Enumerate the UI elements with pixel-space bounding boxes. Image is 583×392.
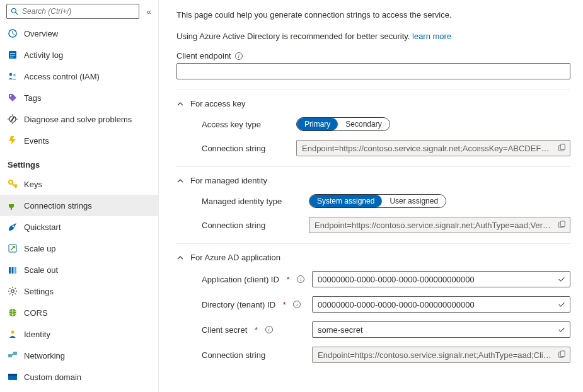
- checkmark-icon: [557, 300, 566, 309]
- access-key-title: For access key: [190, 99, 245, 108]
- tenant-id-input[interactable]: 00000000-0000-0000-0000-000000000000: [312, 296, 570, 313]
- quickstart-icon: [8, 222, 18, 232]
- sidebar-item-label: Networking: [24, 351, 65, 360]
- aad-header[interactable]: For Azure AD application: [176, 253, 570, 262]
- sidebar-item-label: Identity: [24, 330, 50, 339]
- activity-log-icon: [8, 50, 18, 60]
- sidebar-item-label: Quickstart: [24, 222, 61, 232]
- main-content: This page could help you generate connec…: [159, 0, 583, 392]
- copy-icon[interactable]: [557, 221, 566, 229]
- info-icon[interactable]: i: [265, 326, 273, 333]
- primary-pill[interactable]: Primary: [297, 118, 338, 130]
- access-key-conn-value: Endpoint=https://contoso.service.signalr…: [302, 144, 553, 153]
- app-id-value: 00000000-0000-0000-0000-000000000000: [318, 275, 557, 284]
- sidebar-item-label: Overview: [24, 29, 58, 38]
- search-box[interactable]: [6, 4, 139, 19]
- diagnose-icon: [8, 114, 18, 124]
- sidebar-item-scale-out[interactable]: Scale out: [0, 259, 158, 280]
- managed-identity-header[interactable]: For managed identity: [176, 176, 570, 185]
- sidebar-item-settings[interactable]: Settings: [0, 280, 158, 302]
- svg-point-9: [9, 73, 12, 76]
- info-icon[interactable]: i: [235, 52, 243, 60]
- required-asterisk: *: [283, 300, 286, 309]
- svg-rect-34: [560, 221, 565, 227]
- sidebar-item-access-control[interactable]: Access control (IAM): [0, 66, 158, 87]
- managed-identity-title: For managed identity: [190, 176, 267, 185]
- svg-line-4: [13, 33, 14, 35]
- recommendation-text: Using Azure Active Directory is recommen…: [176, 30, 570, 43]
- access-key-type-label: Access key type: [202, 120, 296, 129]
- page-description: This page could help you generate connec…: [176, 9, 570, 21]
- sidebar-item-scale-up[interactable]: Scale up: [0, 238, 158, 259]
- app-id-label: Application (client) ID * i: [202, 275, 312, 284]
- sidebar-item-cors[interactable]: CORS: [0, 302, 158, 323]
- sidebar-item-connection-strings[interactable]: Connection strings: [0, 195, 158, 216]
- keys-icon: [8, 179, 18, 189]
- sidebar-item-activity-log[interactable]: Activity log: [0, 44, 158, 66]
- secondary-pill[interactable]: Secondary: [338, 118, 389, 130]
- required-asterisk: *: [255, 325, 258, 335]
- tenant-id-value: 00000000-0000-0000-0000-000000000000: [318, 300, 557, 309]
- aad-section: For Azure AD application Application (cl…: [176, 243, 570, 363]
- svg-rect-27: [8, 374, 17, 376]
- svg-point-11: [10, 95, 11, 96]
- checkmark-icon: [557, 325, 566, 334]
- aad-title: For Azure AD application: [190, 253, 280, 262]
- access-key-type-pill: Primary Secondary: [296, 117, 390, 131]
- managed-identity-section: For managed identity Managed identity ty…: [176, 166, 570, 233]
- tenant-id-label: Directory (tenant) ID * i: [202, 300, 312, 309]
- identity-icon: [8, 329, 18, 339]
- sidebar-item-identity[interactable]: Identity: [0, 323, 158, 345]
- sidebar-item-label: Activity log: [24, 50, 63, 60]
- svg-point-23: [11, 331, 14, 334]
- tags-icon: [8, 93, 18, 103]
- events-icon: [8, 135, 18, 146]
- cors-icon: [8, 308, 18, 318]
- svg-point-19: [11, 290, 14, 292]
- sidebar-item-label: Connection strings: [24, 201, 92, 210]
- sidebar-item-label: Events: [24, 136, 49, 146]
- learn-more-link[interactable]: learn more: [412, 32, 451, 41]
- sidebar-item-label: Tags: [24, 93, 41, 103]
- svg-rect-36: [560, 351, 565, 357]
- chevron-up-icon: [176, 254, 184, 262]
- scale-up-icon: [8, 243, 18, 253]
- sidebar-item-custom-domain[interactable]: Custom domain: [0, 366, 158, 388]
- user-assigned-pill[interactable]: User assigned: [382, 195, 446, 207]
- sidebar-item-label: Keys: [24, 180, 42, 189]
- connection-strings-icon: [8, 200, 18, 210]
- collapse-sidebar-button[interactable]: «: [143, 7, 154, 16]
- access-key-header[interactable]: For access key: [176, 99, 570, 108]
- overview-icon: [8, 28, 18, 38]
- sidebar-item-networking[interactable]: Networking: [0, 345, 158, 366]
- client-secret-input[interactable]: some-secret: [312, 321, 570, 338]
- sidebar-item-events[interactable]: Events: [0, 130, 158, 151]
- required-asterisk: *: [286, 275, 289, 284]
- svg-rect-8: [10, 57, 13, 57]
- access-key-conn-box: Endpoint=https://contoso.service.signalr…: [296, 140, 570, 156]
- sidebar-item-diagnose[interactable]: Diagnose and solve problems: [0, 108, 158, 130]
- copy-icon[interactable]: [557, 144, 566, 153]
- aad-conn-box: Endpoint=https://contoso.service.signalr…: [312, 347, 570, 363]
- access-key-section: For access key Access key type Primary S…: [176, 89, 570, 156]
- copy-icon[interactable]: [557, 350, 566, 359]
- sidebar-item-quickstart[interactable]: Quickstart: [0, 216, 158, 238]
- app-id-input[interactable]: 00000000-0000-0000-0000-000000000000: [312, 271, 570, 287]
- system-assigned-pill[interactable]: System assigned: [309, 195, 382, 207]
- info-icon[interactable]: i: [297, 275, 304, 283]
- sidebar-item-label: Settings: [24, 287, 54, 296]
- search-input[interactable]: [22, 7, 135, 16]
- sidebar-item-tags[interactable]: Tags: [0, 87, 158, 108]
- recommend-prefix: Using Azure Active Directory is recommen…: [176, 32, 412, 41]
- client-endpoint-input[interactable]: [176, 63, 570, 79]
- client-secret-label: Client secret * i: [202, 325, 312, 335]
- managed-identity-type-label: Managed identity type: [202, 197, 309, 206]
- sidebar-item-overview[interactable]: Overview: [0, 23, 158, 44]
- sidebar-item-label: Scale up: [24, 244, 56, 253]
- aad-conn-value: Endpoint=https://contoso.service.signalr…: [318, 350, 553, 360]
- sidebar-item-properties[interactable]: Properties: [0, 388, 158, 392]
- svg-rect-16: [9, 267, 11, 274]
- settings-heading: Settings: [0, 151, 158, 173]
- sidebar-item-keys[interactable]: Keys: [0, 173, 158, 195]
- info-icon[interactable]: i: [293, 301, 301, 308]
